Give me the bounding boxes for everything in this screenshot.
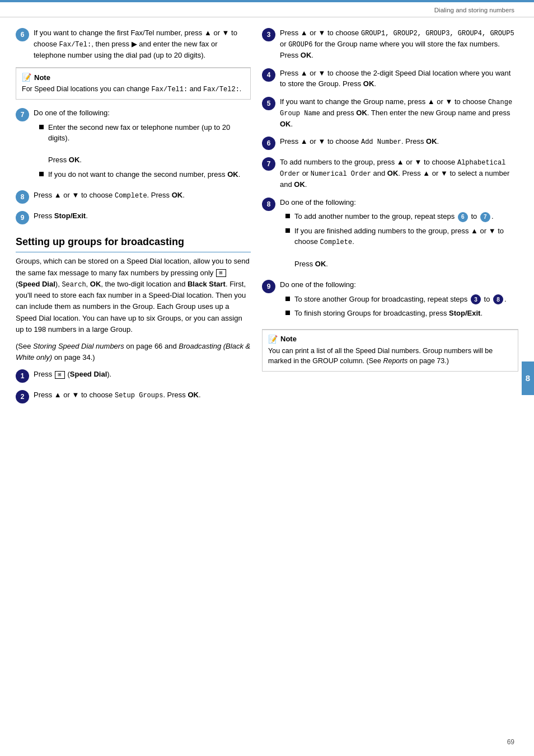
ok-bold-8r: OK (315, 260, 326, 268)
step-2-left: 2 Press ▲ or ▼ to choose Setup Groups. P… (16, 389, 251, 403)
bullet-square (39, 125, 44, 129)
step-circle-4: 4 (262, 68, 275, 82)
step-1-left: 1 Press ⊞ (Speed Dial). (16, 369, 251, 383)
section-heading: Setting up groups for broadcasting (16, 236, 251, 252)
bullet-square-8r2 (285, 228, 290, 233)
note-icon-1: 📝 (22, 73, 31, 82)
code-complete: Complete (115, 192, 147, 200)
stop-exit-bold-9r: Stop/Exit (449, 309, 480, 317)
content-area: 6 If you want to change the first Fax/Te… (0, 17, 534, 410)
step-7-content: Do one of the following: Enter the secon… (34, 107, 251, 183)
ok-bold-7r: OK (387, 169, 399, 177)
step-7-right: 7 To add numbers to the group, press ▲ o… (262, 157, 518, 190)
note-2-content: You can print a list of all the Speed Di… (268, 346, 512, 367)
right-column: 3 Press ▲ or ▼ to choose GROUP1, GROUP2,… (262, 27, 518, 410)
step-circle-6r: 6 (262, 137, 275, 150)
code-add-number: Add Number (361, 138, 401, 146)
bullet-square-2 (39, 172, 44, 176)
step-8-content: Press ▲ or ▼ to choose Complete. Press O… (34, 190, 251, 201)
step-6-left: 6 If you want to change the first Fax/Te… (16, 27, 251, 60)
bullet-7-2: If you do not want to change the second … (39, 169, 251, 180)
ok-bold-8: OK (172, 191, 183, 199)
step-8r-content: Do one of the following: To add another … (280, 197, 518, 273)
header-text: Dialing and storing numbers (434, 7, 514, 13)
code-change-group: Change Group Name (280, 98, 512, 118)
step-9-right: 9 Do one of the following: To store anot… (262, 279, 518, 322)
step-1-content: Press ⊞ (Speed Dial). (34, 369, 251, 380)
bullet-square-9r2 (285, 311, 290, 315)
code-group6: GROUP6 (288, 41, 312, 49)
code-faxtel1: Fax/Tel1: (151, 86, 188, 93)
note-2-title: 📝 Note (268, 335, 512, 344)
bullet-8r-2: If you are finished adding numbers to th… (285, 226, 518, 270)
note-icon-2: 📝 (268, 335, 278, 344)
bullet-9r-1-text: To store another Group for broadcasting,… (294, 294, 507, 305)
note-box-1: 📝 Note For Speed Dial locations you can … (16, 67, 251, 100)
bullet-9r-1: To store another Group for broadcasting,… (285, 294, 518, 305)
step-circle-1: 1 (16, 369, 29, 383)
speed-dial-icon-2: ⊞ (55, 371, 65, 379)
step-circle-5: 5 (262, 97, 275, 110)
note-box-2: 📝 Note You can print a list of all the S… (262, 329, 518, 372)
bullet-9r-2-text: To finish storing Groups for broadcastin… (294, 308, 483, 319)
step-circle-8: 8 (16, 190, 29, 204)
step-7r-content: To add numbers to the group, press ▲ or … (280, 157, 518, 190)
left-column: 6 If you want to change the first Fax/Te… (16, 27, 251, 410)
section-intro: Groups, which can be stored on a Speed D… (16, 256, 251, 335)
ok-bold-5b: OK (280, 120, 291, 128)
step-9r-content: Do one of the following: To store anothe… (280, 279, 518, 322)
note-1-title: 📝 Note (22, 73, 245, 82)
step-circle-8r: 8 (262, 198, 275, 211)
page-container: Dialing and storing numbers 6 If you wan… (0, 0, 534, 756)
bullet-7-1: Enter the second new fax or telephone nu… (39, 122, 251, 166)
step-4-right: 4 Press ▲ or ▼ to choose the 2-digit Spe… (262, 68, 518, 90)
step-6-right: 6 Press ▲ or ▼ to choose Add Number. Pre… (262, 136, 518, 150)
stop-exit-bold-9: Stop/Exit (54, 212, 86, 220)
step-circle-7r: 7 (262, 157, 275, 171)
ok-bold-5a: OK (356, 109, 367, 117)
step-6-content: If you want to change the first Fax/Tel … (34, 27, 251, 60)
speed-dial-icon: ⊞ (216, 269, 226, 277)
step-2-content: Press ▲ or ▼ to choose Setup Groups. Pre… (34, 389, 251, 401)
step-circle-7: 7 (16, 108, 29, 121)
ok-bold-intro: OK (90, 280, 101, 288)
inline-circle-3: 3 (471, 294, 481, 304)
step-8-right: 8 Do one of the following: To add anothe… (262, 197, 518, 273)
page-header: Dialing and storing numbers (0, 0, 534, 17)
step-3-content: Press ▲ or ▼ to choose GROUP1, GROUP2, G… (280, 27, 518, 61)
step-7-bullets: Enter the second new fax or telephone nu… (39, 122, 251, 180)
step-circle-9: 9 (16, 211, 29, 224)
see-italic-1: Storing Speed Dial numbers (33, 342, 124, 350)
step-9-content: Press Stop/Exit. (34, 210, 251, 222)
ok-bold-4: OK (363, 79, 374, 88)
ok-bold-3: OK (301, 51, 312, 59)
step-circle-9r: 9 (262, 280, 275, 293)
page-number: 69 (507, 738, 514, 746)
step-circle-3: 3 (262, 28, 275, 41)
reports-italic: Reports (383, 357, 407, 365)
bullet-square-9r1 (285, 297, 290, 301)
step-circle-6: 6 (16, 28, 29, 41)
code-faxtel2: Fax/Tel2: (203, 86, 240, 93)
code-setup-groups: Setup Groups (115, 392, 163, 400)
code-faxtel: Fax/Tel: (59, 41, 92, 49)
code-num-order: Numerical Order (311, 170, 371, 178)
bullet-9r-2: To finish storing Groups for broadcastin… (285, 308, 518, 319)
code-group1: GROUP1, GROUP2, GROUP3, GROUP4, GROUP5 (361, 30, 514, 37)
search-code: Search (62, 281, 86, 289)
step-circle-2: 2 (16, 390, 29, 403)
bullet-8r-2-text: If you are finished adding numbers to th… (294, 226, 518, 270)
step-8-left: 8 Press ▲ or ▼ to choose Complete. Press… (16, 190, 251, 204)
step-3-right: 3 Press ▲ or ▼ to choose GROUP1, GROUP2,… (262, 27, 518, 61)
section-see: (See Storing Speed Dial numbers on page … (16, 341, 251, 363)
step-9-left: 9 Press Stop/Exit. (16, 210, 251, 224)
bullet-square-8r1 (285, 214, 290, 218)
bullet-8r-1-text: To add another number to the group, repe… (294, 211, 494, 222)
step-8r-bullets: To add another number to the group, repe… (285, 211, 518, 269)
ok-bold-7b: OK (227, 170, 238, 179)
step-5-right: 5 If you want to change the Group name, … (262, 96, 518, 130)
bullet-7-2-text: If you do not want to change the second … (48, 169, 240, 180)
bullet-8r-1: To add another number to the group, repe… (285, 211, 518, 222)
ok-bold-7r2: OK (294, 180, 305, 189)
step-7-left: 7 Do one of the following: Enter the sec… (16, 107, 251, 183)
